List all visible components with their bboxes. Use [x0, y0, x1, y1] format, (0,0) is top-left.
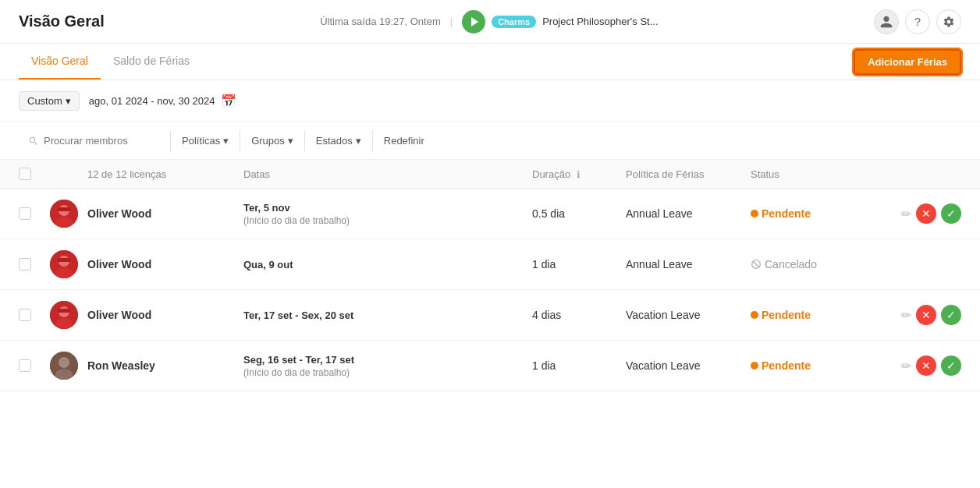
help-button[interactable]: ? [905, 9, 930, 34]
status-pending: Pendente [751, 309, 868, 321]
avatar-image [50, 200, 78, 228]
groups-filter[interactable]: Grupos ▾ [240, 130, 305, 151]
date-range-text: ago, 01 2024 - nov, 30 2024 [89, 95, 215, 107]
play-button[interactable] [462, 10, 485, 34]
row-name-cell: Oliver Wood [87, 207, 243, 220]
duration-value: 4 dias [532, 309, 561, 321]
row-duration-cell: 1 dia [532, 359, 626, 372]
status-canceled: Cancelado [751, 258, 868, 271]
avatar-image [50, 301, 78, 329]
row-policy-cell: Annual Leave [626, 207, 751, 220]
row-name-cell: Oliver Wood [87, 309, 243, 321]
user-avatar-button[interactable] [874, 9, 899, 34]
dropdown-arrow-icon: ▾ [66, 95, 71, 107]
tabs-container: Visão Geral Saldo de Férias [19, 44, 202, 80]
duration-value: 1 dia [532, 258, 556, 271]
groups-label: Grupos [251, 135, 285, 147]
row-status-cell: Cancelado [751, 258, 868, 271]
search-input[interactable] [44, 135, 161, 147]
states-filter[interactable]: Estados ▾ [305, 130, 373, 151]
policies-arrow-icon: ▾ [223, 135, 229, 147]
approve-button-3[interactable]: ✓ [941, 355, 961, 376]
custom-label: Custom [27, 95, 62, 107]
row-status-cell: Pendente [751, 207, 868, 220]
calendar-icon[interactable]: 📅 [221, 94, 236, 108]
avatar [50, 250, 78, 278]
settings-button[interactable] [936, 9, 961, 34]
play-icon [471, 17, 478, 27]
reject-button-2[interactable]: ✕ [916, 305, 936, 325]
row-avatar-cell [50, 200, 87, 228]
svg-rect-11 [58, 309, 70, 313]
row-checkbox-2[interactable] [19, 309, 31, 321]
duration-info-icon: ℹ [577, 169, 581, 180]
header-policy: Política de Férias [626, 168, 751, 180]
status-pending: Pendente [751, 359, 868, 372]
search-icon [28, 136, 39, 147]
policy-value: Annual Leave [626, 207, 693, 220]
header-dates: Datas [243, 168, 532, 180]
table-body: Oliver Wood Ter, 5 nov (Início do dia de… [0, 189, 980, 391]
table-row: Ron Weasley Seg, 16 set - Ter, 17 set (I… [0, 341, 980, 391]
row-checkbox-cell [19, 359, 50, 372]
custom-dropdown[interactable]: Custom ▾ [19, 91, 80, 111]
duration-value: 1 dia [532, 359, 556, 372]
states-arrow-icon: ▾ [356, 135, 361, 147]
header-right: ? [874, 9, 961, 34]
row-avatar-cell [50, 352, 87, 380]
settings-icon [943, 16, 955, 28]
header-licenses: 12 de 12 licenças [87, 168, 243, 180]
date-primary: Qua, 9 out [243, 259, 532, 271]
table-row: Oliver Wood Ter, 5 nov (Início do dia de… [0, 189, 980, 239]
separator: | [450, 16, 453, 27]
tabs-bar: Visão Geral Saldo de Férias Adicionar Fé… [0, 44, 980, 80]
policies-filter[interactable]: Políticas ▾ [171, 130, 240, 151]
row-date-cell: Qua, 9 out [243, 259, 532, 271]
page-title: Visão Geral [19, 12, 105, 30]
pending-dot-icon [751, 210, 758, 217]
date-secondary: (Início do dia de trabalho) [243, 215, 532, 226]
action-buttons: ✏ ✕ ✓ [868, 355, 961, 376]
avatar-image [50, 250, 78, 278]
edit-icon[interactable]: ✏ [901, 308, 911, 323]
member-name: Oliver Wood [87, 258, 151, 271]
app-header: Visão Geral Última saída 19:27, Ontem | … [0, 0, 980, 44]
groups-arrow-icon: ▾ [288, 135, 293, 147]
edit-icon[interactable]: ✏ [901, 207, 911, 221]
row-checkbox-cell [19, 309, 50, 321]
states-label: Estados [316, 135, 353, 147]
row-date-cell: Ter, 17 set - Sex, 20 set [243, 309, 532, 321]
table-row: Oliver Wood Qua, 9 out 1 dia Annual Leav… [0, 239, 980, 290]
header-status: Status [751, 168, 868, 180]
row-duration-cell: 4 dias [532, 309, 626, 321]
row-avatar-cell [50, 250, 87, 278]
charms-badge: Charms [492, 16, 536, 28]
edit-icon[interactable]: ✏ [901, 359, 911, 373]
approve-button-2[interactable]: ✓ [941, 305, 961, 325]
row-policy-cell: Vacation Leave [626, 359, 751, 372]
date-secondary: (Início do dia de trabalho) [243, 367, 532, 378]
search-wrap [19, 130, 171, 151]
add-ferias-button[interactable]: Adicionar Férias [854, 49, 961, 75]
row-checkbox-3[interactable] [19, 359, 31, 372]
row-checkbox-1[interactable] [19, 258, 31, 271]
row-status-cell: Pendente [751, 309, 868, 321]
member-name: Ron Weasley [87, 359, 155, 372]
row-duration-cell: 1 dia [532, 258, 626, 271]
tab-visao-geral[interactable]: Visão Geral [19, 44, 101, 80]
table-row: Oliver Wood Ter, 17 set - Sex, 20 set 4 … [0, 290, 980, 341]
reject-button-3[interactable]: ✕ [916, 355, 936, 376]
row-checkbox-0[interactable] [19, 207, 31, 220]
approve-button-0[interactable]: ✓ [941, 203, 961, 224]
search-filter-row: Políticas ▾ Grupos ▾ Estados ▾ Redefinir [0, 122, 980, 160]
date-primary: Ter, 17 set - Sex, 20 set [243, 309, 532, 321]
select-all-checkbox[interactable] [19, 168, 31, 180]
reject-button-0[interactable]: ✕ [916, 203, 936, 224]
member-name: Oliver Wood [87, 207, 151, 220]
row-policy-cell: Annual Leave [626, 258, 751, 271]
tab-saldo-ferias[interactable]: Saldo de Férias [101, 44, 202, 80]
avatar [50, 200, 78, 228]
table-header: 12 de 12 licenças Datas Duração ℹ Políti… [0, 160, 980, 189]
policy-value: Vacation Leave [626, 359, 700, 372]
reset-button[interactable]: Redefinir [373, 130, 435, 151]
